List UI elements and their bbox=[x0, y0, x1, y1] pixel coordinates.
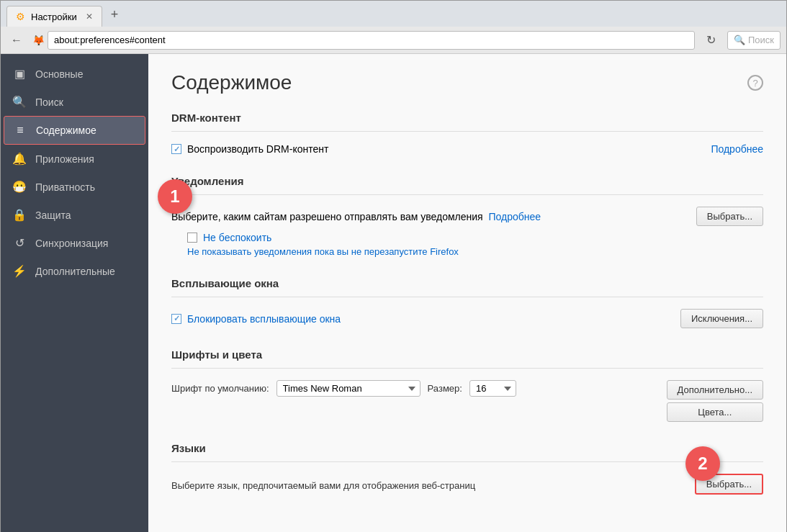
address-bar[interactable] bbox=[48, 31, 695, 50]
page-title: Содержимое bbox=[171, 71, 292, 94]
back-button[interactable]: ← bbox=[6, 31, 27, 50]
donotdisturb-subtext: Не показывать уведомления пока вы не пер… bbox=[187, 246, 763, 257]
sidebar-item-label: Приватность bbox=[35, 181, 95, 193]
drm-details-link[interactable]: Подробнее bbox=[711, 143, 763, 155]
sidebar-item-label: Приложения bbox=[35, 153, 94, 165]
donotdisturb-label[interactable]: Не беспокоить bbox=[203, 232, 271, 243]
drm-section: DRM-контент Воспроизводить DRM-контент П… bbox=[171, 112, 763, 155]
size-label: Размер: bbox=[428, 383, 462, 394]
languages-row: Выберите язык, предпочитаемый вами для о… bbox=[171, 474, 763, 495]
notifications-choose-button[interactable]: Выбрать... bbox=[696, 207, 763, 226]
content-icon: ≡ bbox=[13, 124, 27, 137]
badge-1: 1 bbox=[158, 179, 192, 214]
notifications-row: Выберите, каким сайтам разрешено отправл… bbox=[171, 207, 763, 226]
sidebar: ▣ Основные 🔍 Поиск ≡ Содержимое 🔔 Прилож… bbox=[1, 54, 148, 532]
search-placeholder: Поиск bbox=[748, 35, 774, 45]
popups-section: Всплывающие окна Блокировать всплывающие… bbox=[171, 277, 763, 328]
drm-checkbox-row: Воспроизводить DRM-контент Подробнее bbox=[171, 143, 763, 155]
notifications-details-link[interactable]: Подробнее bbox=[488, 211, 541, 222]
notifications-section: Уведомления Выберите, каким сайтам разре… bbox=[171, 175, 763, 257]
tab-title: Настройки bbox=[31, 12, 77, 22]
active-tab[interactable]: ⚙ Настройки ✕ bbox=[6, 6, 102, 27]
security-icon: 🔒 bbox=[12, 208, 27, 222]
sync-icon: ↺ bbox=[12, 236, 27, 250]
sidebar-item-dop[interactable]: ⚡ Дополнительные bbox=[1, 257, 148, 285]
fonts-section: Шрифты и цвета Шрифт по умолчанию: Times… bbox=[171, 348, 763, 422]
font-buttons: Дополнительно... Цвета... bbox=[667, 380, 763, 422]
drm-checkbox[interactable] bbox=[171, 144, 181, 154]
fonts-title: Шрифты и цвета bbox=[171, 348, 763, 361]
tab-icon: ⚙ bbox=[16, 11, 25, 22]
tab-close-button[interactable]: ✕ bbox=[86, 12, 93, 22]
popups-checkbox-label[interactable]: Блокировать всплывающие окна bbox=[187, 313, 341, 325]
languages-section: Языки Выберите язык, предпочитаемый вами… bbox=[171, 442, 763, 495]
popups-exceptions-button[interactable]: Исключения... bbox=[680, 309, 763, 328]
languages-title: Языки bbox=[171, 442, 763, 454]
home-icon: ▣ bbox=[12, 67, 27, 81]
sidebar-item-osnovnye[interactable]: ▣ Основные bbox=[1, 60, 148, 88]
sidebar-item-prilozheniya[interactable]: 🔔 Приложения bbox=[1, 145, 148, 173]
popups-row: Блокировать всплывающие окна Исключения.… bbox=[171, 309, 763, 328]
help-button[interactable]: ? bbox=[747, 75, 763, 91]
search-icon: 🔍 bbox=[12, 95, 27, 109]
sidebar-item-sinkhr[interactable]: ↺ Синхронизация bbox=[1, 229, 148, 257]
font-row: Шрифт по умолчанию: Times New Roman Разм… bbox=[171, 380, 516, 397]
badge-2: 2 bbox=[685, 446, 720, 481]
sidebar-item-label: Содержимое bbox=[36, 125, 96, 136]
sidebar-item-label: Синхронизация bbox=[35, 238, 108, 249]
sidebar-item-poisk[interactable]: 🔍 Поиск bbox=[1, 88, 148, 116]
notifications-title: Уведомления bbox=[171, 175, 763, 187]
donotdisturb-checkbox[interactable] bbox=[187, 233, 197, 243]
font-select[interactable]: Times New Roman bbox=[276, 380, 421, 397]
popups-checkbox[interactable] bbox=[171, 314, 181, 324]
fonts-colors-button[interactable]: Цвета... bbox=[667, 402, 763, 422]
advanced-icon: ⚡ bbox=[12, 264, 27, 278]
search-icon: 🔍 bbox=[734, 35, 745, 45]
sidebar-item-label: Дополнительные bbox=[35, 266, 115, 277]
popups-title: Всплывающие окна bbox=[171, 277, 763, 289]
sidebar-item-soderzhimoe[interactable]: ≡ Содержимое bbox=[4, 116, 145, 145]
new-tab-button[interactable]: + bbox=[102, 3, 127, 27]
apps-icon: 🔔 bbox=[12, 152, 27, 166]
refresh-button[interactable]: ↻ bbox=[701, 30, 721, 50]
size-select[interactable]: 16 bbox=[469, 380, 516, 397]
firefox-logo-icon: 🦊 bbox=[32, 35, 45, 46]
sidebar-item-label: Защита bbox=[35, 209, 71, 221]
search-box[interactable]: 🔍 Поиск bbox=[727, 31, 781, 50]
fonts-advanced-button[interactable]: Дополнительно... bbox=[667, 380, 763, 400]
font-default-label: Шрифт по умолчанию: bbox=[171, 383, 269, 394]
page-header: Содержимое ? bbox=[171, 71, 763, 94]
notifications-description: Выберите, каким сайтам разрешено отправл… bbox=[171, 211, 483, 222]
languages-description: Выберите язык, предпочитаемый вами для о… bbox=[171, 480, 475, 491]
drm-title: DRM-контент bbox=[171, 112, 763, 124]
privacy-icon: 😷 bbox=[12, 180, 27, 194]
drm-checkbox-label: Воспроизводить DRM-контент bbox=[187, 143, 328, 155]
sidebar-item-label: Поиск bbox=[35, 96, 63, 108]
sidebar-item-label: Основные bbox=[35, 68, 83, 80]
sidebar-item-zashchita[interactable]: 🔒 Защита bbox=[1, 201, 148, 229]
sidebar-item-privatnost[interactable]: 😷 Приватность bbox=[1, 173, 148, 201]
